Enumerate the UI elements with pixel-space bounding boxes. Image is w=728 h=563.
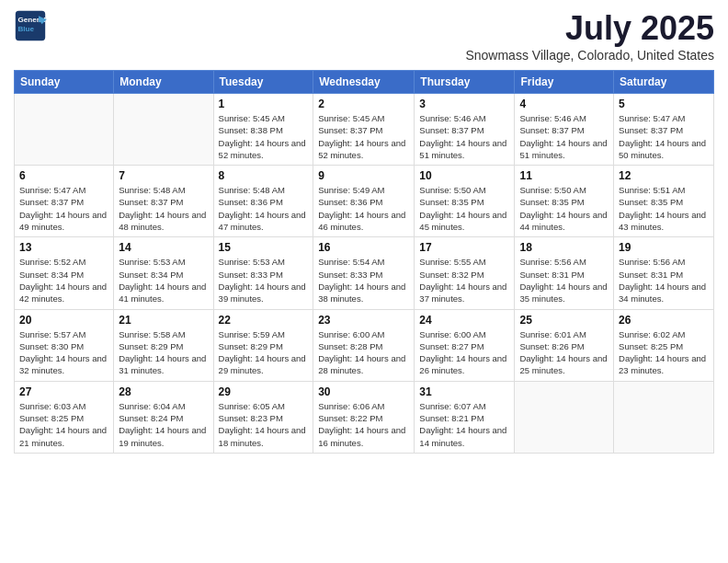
- calendar-header-row: Sunday Monday Tuesday Wednesday Thursday…: [15, 71, 714, 94]
- day-number: 8: [219, 169, 309, 182]
- day-number: 23: [318, 314, 409, 327]
- day-number: 18: [519, 241, 609, 254]
- main-title: July 2025: [465, 9, 714, 48]
- day-info: Sunrise: 5:58 AMSunset: 8:29 PMDaylight:…: [119, 328, 208, 377]
- calendar-cell: 2Sunrise: 5:45 AMSunset: 8:37 PMDaylight…: [313, 94, 415, 166]
- calendar-cell: 9Sunrise: 5:49 AMSunset: 8:36 PMDaylight…: [313, 166, 415, 237]
- calendar-week-row: 6Sunrise: 5:47 AMSunset: 8:37 PMDaylight…: [15, 166, 714, 237]
- day-number: 26: [619, 314, 709, 327]
- calendar-cell: 19Sunrise: 5:56 AMSunset: 8:31 PMDayligh…: [614, 237, 714, 309]
- day-number: 10: [419, 169, 509, 182]
- day-number: 19: [619, 241, 709, 254]
- day-number: 1: [219, 98, 309, 110]
- calendar-cell: [15, 94, 114, 166]
- day-info: Sunrise: 5:56 AMSunset: 8:31 PMDaylight:…: [619, 256, 709, 304]
- calendar-cell: 1Sunrise: 5:45 AMSunset: 8:38 PMDaylight…: [213, 94, 313, 166]
- day-number: 27: [19, 385, 108, 398]
- subtitle: Snowmass Village, Colorado, United State…: [465, 48, 714, 63]
- calendar-cell: 27Sunrise: 6:03 AMSunset: 8:25 PMDayligh…: [15, 381, 114, 453]
- calendar-cell: 26Sunrise: 6:02 AMSunset: 8:25 PMDayligh…: [614, 309, 714, 381]
- calendar-week-row: 20Sunrise: 5:57 AMSunset: 8:30 PMDayligh…: [15, 309, 714, 381]
- day-number: 9: [318, 169, 409, 182]
- calendar-cell: 22Sunrise: 5:59 AMSunset: 8:29 PMDayligh…: [213, 309, 313, 381]
- calendar-week-row: 13Sunrise: 5:52 AMSunset: 8:34 PMDayligh…: [15, 237, 714, 309]
- calendar-cell: [614, 381, 714, 453]
- calendar-cell: 13Sunrise: 5:52 AMSunset: 8:34 PMDayligh…: [15, 237, 114, 309]
- day-info: Sunrise: 6:00 AMSunset: 8:27 PMDaylight:…: [419, 328, 509, 377]
- calendar-cell: 24Sunrise: 6:00 AMSunset: 8:27 PMDayligh…: [415, 309, 515, 381]
- col-saturday: Saturday: [614, 71, 714, 94]
- day-number: 29: [219, 385, 309, 398]
- calendar-week-row: 1Sunrise: 5:45 AMSunset: 8:38 PMDaylight…: [15, 94, 714, 166]
- calendar-cell: 18Sunrise: 5:56 AMSunset: 8:31 PMDayligh…: [515, 237, 614, 309]
- calendar-cell: 29Sunrise: 6:05 AMSunset: 8:23 PMDayligh…: [213, 381, 313, 453]
- calendar-cell: 5Sunrise: 5:47 AMSunset: 8:37 PMDaylight…: [614, 94, 714, 166]
- calendar-cell: [515, 381, 614, 453]
- day-info: Sunrise: 6:00 AMSunset: 8:28 PMDaylight:…: [318, 328, 409, 377]
- day-info: Sunrise: 5:45 AMSunset: 8:37 PMDaylight:…: [318, 112, 409, 161]
- col-monday: Monday: [114, 71, 213, 94]
- day-info: Sunrise: 5:46 AMSunset: 8:37 PMDaylight:…: [519, 112, 609, 161]
- col-friday: Friday: [515, 71, 614, 94]
- day-number: 4: [519, 98, 609, 110]
- day-number: 22: [219, 314, 309, 327]
- calendar-cell: 7Sunrise: 5:48 AMSunset: 8:37 PMDaylight…: [114, 166, 213, 237]
- calendar-cell: 3Sunrise: 5:46 AMSunset: 8:37 PMDaylight…: [415, 94, 515, 166]
- day-number: 20: [19, 314, 108, 327]
- col-wednesday: Wednesday: [313, 71, 415, 94]
- day-info: Sunrise: 5:54 AMSunset: 8:33 PMDaylight:…: [318, 256, 409, 304]
- day-number: 16: [318, 241, 409, 254]
- calendar-cell: 4Sunrise: 5:46 AMSunset: 8:37 PMDaylight…: [515, 94, 614, 166]
- header: General Blue July 2025 Snowmass Village,…: [14, 9, 714, 63]
- day-info: Sunrise: 5:55 AMSunset: 8:32 PMDaylight:…: [419, 256, 509, 304]
- day-info: Sunrise: 5:48 AMSunset: 8:37 PMDaylight:…: [119, 184, 208, 233]
- day-number: 25: [519, 314, 609, 327]
- calendar-cell: 14Sunrise: 5:53 AMSunset: 8:34 PMDayligh…: [114, 237, 213, 309]
- day-number: 7: [119, 169, 208, 182]
- day-info: Sunrise: 5:47 AMSunset: 8:37 PMDaylight:…: [619, 112, 709, 161]
- calendar-cell: [114, 94, 213, 166]
- day-number: 14: [119, 241, 208, 254]
- day-info: Sunrise: 5:59 AMSunset: 8:29 PMDaylight:…: [219, 328, 309, 377]
- day-number: 30: [318, 385, 409, 398]
- svg-text:Blue: Blue: [18, 25, 35, 33]
- day-number: 13: [19, 241, 108, 254]
- day-info: Sunrise: 5:57 AMSunset: 8:30 PMDaylight:…: [19, 328, 108, 377]
- calendar-week-row: 27Sunrise: 6:03 AMSunset: 8:25 PMDayligh…: [15, 381, 714, 453]
- day-info: Sunrise: 5:47 AMSunset: 8:37 PMDaylight:…: [19, 184, 108, 233]
- day-number: 15: [219, 241, 309, 254]
- col-thursday: Thursday: [415, 71, 515, 94]
- calendar-cell: 17Sunrise: 5:55 AMSunset: 8:32 PMDayligh…: [415, 237, 515, 309]
- title-section: July 2025 Snowmass Village, Colorado, Un…: [465, 9, 714, 63]
- logo-icon: General Blue: [14, 9, 47, 42]
- day-info: Sunrise: 5:50 AMSunset: 8:35 PMDaylight:…: [519, 184, 609, 233]
- day-info: Sunrise: 6:01 AMSunset: 8:26 PMDaylight:…: [519, 328, 609, 377]
- day-number: 31: [419, 385, 509, 398]
- day-number: 17: [419, 241, 509, 254]
- day-number: 5: [619, 98, 709, 110]
- calendar-cell: 21Sunrise: 5:58 AMSunset: 8:29 PMDayligh…: [114, 309, 213, 381]
- calendar-cell: 20Sunrise: 5:57 AMSunset: 8:30 PMDayligh…: [15, 309, 114, 381]
- calendar-cell: 10Sunrise: 5:50 AMSunset: 8:35 PMDayligh…: [415, 166, 515, 237]
- day-info: Sunrise: 6:05 AMSunset: 8:23 PMDaylight:…: [219, 400, 309, 449]
- day-number: 12: [619, 169, 709, 182]
- calendar-cell: 30Sunrise: 6:06 AMSunset: 8:22 PMDayligh…: [313, 381, 415, 453]
- day-info: Sunrise: 6:07 AMSunset: 8:21 PMDaylight:…: [419, 400, 509, 449]
- day-info: Sunrise: 5:49 AMSunset: 8:36 PMDaylight:…: [318, 184, 409, 233]
- day-info: Sunrise: 5:52 AMSunset: 8:34 PMDaylight:…: [19, 256, 108, 304]
- day-number: 3: [419, 98, 509, 110]
- day-number: 24: [419, 314, 509, 327]
- logo: General Blue: [14, 9, 47, 42]
- day-info: Sunrise: 5:46 AMSunset: 8:37 PMDaylight:…: [419, 112, 509, 161]
- day-info: Sunrise: 6:03 AMSunset: 8:25 PMDaylight:…: [19, 400, 108, 449]
- calendar-cell: 8Sunrise: 5:48 AMSunset: 8:36 PMDaylight…: [213, 166, 313, 237]
- calendar-cell: 28Sunrise: 6:04 AMSunset: 8:24 PMDayligh…: [114, 381, 213, 453]
- day-info: Sunrise: 5:50 AMSunset: 8:35 PMDaylight:…: [419, 184, 509, 233]
- calendar-cell: 6Sunrise: 5:47 AMSunset: 8:37 PMDaylight…: [15, 166, 114, 237]
- calendar-cell: 15Sunrise: 5:53 AMSunset: 8:33 PMDayligh…: [213, 237, 313, 309]
- day-info: Sunrise: 5:48 AMSunset: 8:36 PMDaylight:…: [219, 184, 309, 233]
- day-info: Sunrise: 5:51 AMSunset: 8:35 PMDaylight:…: [619, 184, 709, 233]
- day-info: Sunrise: 5:56 AMSunset: 8:31 PMDaylight:…: [519, 256, 609, 304]
- calendar-cell: 25Sunrise: 6:01 AMSunset: 8:26 PMDayligh…: [515, 309, 614, 381]
- calendar-cell: 16Sunrise: 5:54 AMSunset: 8:33 PMDayligh…: [313, 237, 415, 309]
